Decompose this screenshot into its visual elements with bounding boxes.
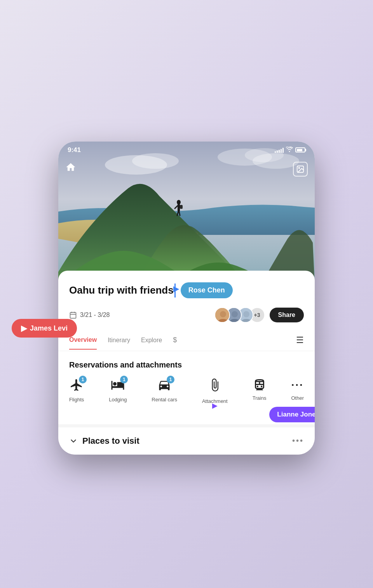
share-button[interactable]: Share bbox=[270, 308, 304, 322]
reservations-grid: 1 Flights 1 Lodging bbox=[69, 378, 304, 404]
svg-point-26 bbox=[261, 385, 263, 387]
section-divider bbox=[58, 424, 315, 427]
tab-overview-label: Overview bbox=[69, 336, 97, 343]
places-title: Places to visit bbox=[82, 436, 139, 446]
tab-explore-label: Explore bbox=[141, 337, 162, 343]
svg-line-11 bbox=[179, 212, 180, 215]
more-count: +3 bbox=[254, 312, 260, 318]
chevron-down-icon[interactable] bbox=[69, 437, 78, 445]
flights-label: Flights bbox=[69, 397, 84, 402]
hero-section: 9:41 bbox=[58, 142, 315, 285]
svg-point-24 bbox=[243, 311, 249, 317]
rental-cars-label: Rental cars bbox=[152, 397, 177, 402]
tab-dollar-label: $ bbox=[173, 336, 177, 344]
trip-meta-row: 3/21 - 3/28 bbox=[69, 307, 304, 330]
content-card: Oahu trip with friends ▶ Rose Chen bbox=[58, 271, 315, 330]
places-left: Places to visit bbox=[69, 436, 139, 446]
places-more-icon: ••• bbox=[292, 436, 304, 445]
main-content: Reservations and attachments 1 Flights bbox=[58, 351, 315, 424]
trip-title: Oahu trip with friends bbox=[69, 284, 174, 296]
lodging-label: Lodging bbox=[109, 397, 127, 402]
trip-members-group: +3 Share bbox=[214, 307, 304, 323]
trip-dates: 3/21 - 3/28 bbox=[69, 311, 110, 319]
photo-icon bbox=[296, 165, 305, 173]
tab-itinerary-label: Itinerary bbox=[108, 337, 130, 343]
rental-cars-badge-count: 1 bbox=[169, 377, 172, 382]
places-more-button[interactable]: ••• bbox=[292, 436, 304, 445]
reservations-title: Reservations and attachments bbox=[69, 360, 304, 369]
rose-chen-badge: Rose Chen bbox=[181, 282, 233, 298]
share-label: Share bbox=[278, 312, 295, 318]
status-icons bbox=[275, 147, 305, 153]
wifi-icon bbox=[286, 147, 293, 153]
tab-dollar[interactable]: $ bbox=[173, 331, 177, 350]
rose-chen-label: Rose Chen bbox=[188, 286, 225, 294]
status-time: 9:41 bbox=[68, 146, 81, 154]
nav-tabs: Overview Itinerary Explore $ ☰ bbox=[58, 330, 315, 351]
flights-badge: 1 bbox=[79, 376, 87, 383]
svg-point-20 bbox=[220, 311, 226, 317]
lodging-badge: 1 bbox=[120, 376, 128, 383]
svg-point-7 bbox=[177, 200, 181, 205]
rental-cars-badge: 1 bbox=[167, 376, 174, 383]
blue-cursor-arrow: ▶ bbox=[173, 284, 179, 293]
reservation-attachment[interactable]: ▶ Attachment bbox=[202, 378, 228, 404]
dates-text: 3/21 - 3/28 bbox=[80, 312, 110, 318]
reservation-other[interactable]: ··· Other Lianne Jones bbox=[291, 378, 304, 401]
home-button[interactable] bbox=[65, 162, 76, 175]
tab-menu[interactable]: ☰ bbox=[296, 330, 304, 351]
tab-itinerary[interactable]: Itinerary bbox=[108, 331, 130, 349]
james-levi-badge: ▶ James Levi bbox=[12, 319, 77, 338]
reservation-trains[interactable]: Trains bbox=[253, 378, 267, 401]
svg-rect-6 bbox=[178, 204, 180, 212]
places-section: Places to visit ••• bbox=[58, 427, 315, 455]
menu-icon: ☰ bbox=[296, 335, 304, 345]
svg-point-14 bbox=[298, 167, 300, 168]
svg-rect-15 bbox=[70, 312, 76, 318]
flights-badge-count: 1 bbox=[82, 377, 84, 382]
battery-icon bbox=[295, 147, 305, 152]
trains-label: Trains bbox=[253, 395, 267, 401]
reservation-flights[interactable]: 1 Flights bbox=[69, 378, 84, 402]
tab-explore[interactable]: Explore bbox=[141, 331, 162, 349]
trip-title-row: Oahu trip with friends ▶ Rose Chen bbox=[69, 281, 304, 300]
red-cursor-icon: ▶ bbox=[21, 324, 27, 333]
svg-rect-12 bbox=[180, 205, 183, 209]
reservation-rental-cars[interactable]: 1 Rental cars bbox=[152, 378, 177, 402]
other-dots-icon: ··· bbox=[291, 378, 304, 392]
svg-point-22 bbox=[232, 311, 238, 317]
purple-cursor-arrow: ▶ bbox=[212, 401, 218, 410]
other-label: Other bbox=[291, 395, 304, 401]
attachment-icon bbox=[208, 378, 222, 392]
photo-button[interactable] bbox=[293, 162, 308, 177]
phone-frame: 9:41 bbox=[58, 142, 315, 455]
hero-landscape bbox=[58, 142, 315, 285]
avatar-1 bbox=[214, 307, 230, 323]
lianne-jones-badge: Lianne Jones bbox=[269, 407, 315, 422]
calendar-icon bbox=[69, 311, 77, 319]
signal-icon bbox=[275, 147, 284, 153]
james-levi-label: James Levi bbox=[30, 324, 68, 332]
status-bar: 9:41 bbox=[58, 142, 315, 159]
lianne-jones-label: Lianne Jones bbox=[277, 411, 315, 418]
svg-point-25 bbox=[256, 385, 258, 387]
trains-icon bbox=[253, 378, 267, 392]
home-icon bbox=[65, 162, 76, 173]
reservation-lodging[interactable]: 1 Lodging bbox=[109, 378, 127, 402]
lodging-badge-count: 1 bbox=[123, 377, 125, 382]
